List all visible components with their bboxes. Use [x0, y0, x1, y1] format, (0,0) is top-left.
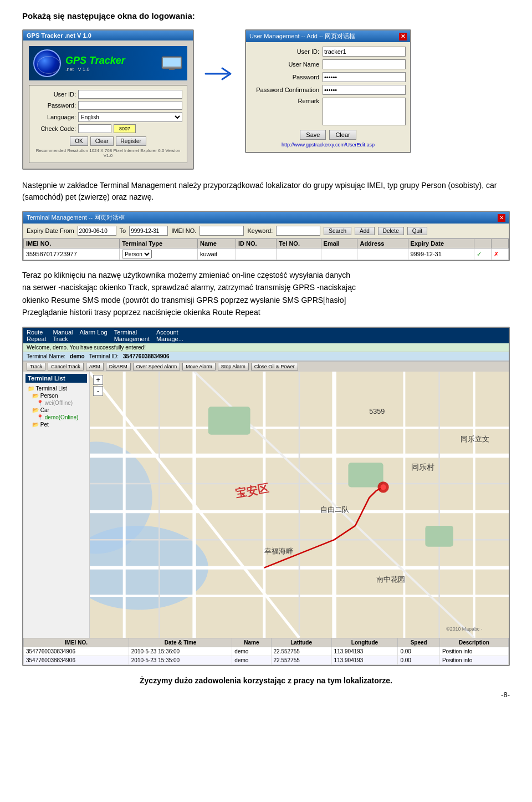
para2-line4: Przeglądanie historii trasy poprzez naci… [22, 308, 260, 317]
tm-add-button[interactable]: Add [355, 227, 375, 235]
menu-item-account-mgmt[interactable]: AccountManage... [156, 329, 183, 342]
gps-password-row: Password: [34, 101, 182, 110]
gps-checkcode-input[interactable] [78, 124, 111, 133]
tm-col-name: Name [197, 239, 236, 248]
terminal-management-window: Terminal Management -- 网页对话框 ✕ Expiry Da… [22, 211, 510, 261]
gps-language-label: Language: [34, 114, 78, 120]
welcome-text: Welcome, demo. You have successfully ent… [27, 344, 146, 351]
over-speed-alarm-button[interactable]: Over Speed Alarm [133, 363, 181, 370]
disarm-button[interactable]: DisARM [106, 363, 131, 370]
folder-icon-person: 📂 [32, 393, 39, 399]
terminal-name-label: Terminal Name: [27, 353, 65, 359]
um-userid-label: User ID: [250, 48, 323, 55]
para2-line3: okienko Resume SMS mode (powrót do trans… [22, 296, 346, 304]
col-speed: Speed [398, 638, 440, 647]
gps-language-select[interactable]: English [78, 112, 182, 122]
tm-keyword-input[interactable] [276, 226, 320, 236]
stop-alarm-button[interactable]: Stop Alarm [218, 363, 249, 370]
gps-password-label: Password: [34, 102, 78, 109]
svg-rect-26 [425, 525, 453, 546]
um-password-label: Password [250, 74, 323, 80]
tm-col-address: Address [357, 239, 408, 248]
tm-expiry-from-input[interactable] [78, 226, 116, 236]
gps-ok-button[interactable]: OK [70, 136, 88, 146]
gps-login-form: User ID: Password: Language: English Che… [29, 85, 187, 163]
gps-login-buttons: OK Clear Register [34, 136, 182, 146]
paragraph2: Teraz po kliknięciu na nazwę użytkownika… [22, 269, 510, 319]
um-passconfirm-input[interactable] [323, 85, 406, 95]
cell-name: demo [232, 647, 271, 656]
tm-titlebar: Terminal Management -- 网页对话框 ✕ [23, 212, 509, 224]
gps-data-row: 35477600308349062010-5-23 15:36:00demo22… [24, 647, 509, 656]
map-background: 宝安区 同乐村 同乐立文 5359 自由二队 幸福海畔 南中花园 Google … [90, 372, 509, 638]
gps-globe-icon [33, 49, 61, 77]
sidebar-item-person[interactable]: 📂 Person [25, 392, 87, 399]
tm-quit-button[interactable]: Quit [407, 227, 427, 235]
gps-clear-button[interactable]: Clear [90, 136, 114, 146]
tm-cell-telno [277, 248, 321, 260]
arrow-container [203, 29, 236, 85]
menu-item-route-repeat[interactable]: RouteRepeat [27, 329, 46, 342]
cell-desc: Position info [439, 656, 508, 664]
gps-logo-text: GPS Tracker [65, 55, 125, 67]
tm-delete-button[interactable]: Delete [378, 227, 404, 235]
um-close-button[interactable]: ✕ [399, 33, 407, 40]
tm-col-imei: IMEI NO. [24, 239, 120, 248]
tm-search-button[interactable]: Search [324, 227, 351, 235]
tm-close-button[interactable]: ✕ [498, 214, 505, 222]
arm-button[interactable]: ARM [86, 363, 104, 370]
um-clear-button[interactable]: Clear [329, 130, 356, 140]
tm-cell-type: Person Car Pet [120, 248, 198, 260]
page-heading: Pokażą się następujące okna do logowania… [22, 11, 510, 21]
col-name: Name [232, 638, 271, 647]
tm-cell-expiry: 9999-12-31 [408, 248, 474, 260]
um-url: http://www.gpstrackerxy.com/UserEdit.asp [250, 142, 406, 148]
um-password-row: Password [250, 72, 406, 82]
gps-register-button[interactable]: Register [116, 136, 146, 146]
cell-imei: 3547760038834906 [24, 656, 129, 664]
gps-checkcode-row: Check Code: 8007 [34, 124, 182, 133]
gps-logo-sub: .net V 1.0 [65, 67, 125, 72]
gps-app-sidebar: Terminal List 📁 Terminal List 📂 Person 📍… [23, 372, 90, 638]
cell-lat: 22.552755 [271, 656, 331, 664]
cancel-track-button[interactable]: Cancel Track [48, 363, 84, 370]
zoom-in-button[interactable]: + [93, 375, 103, 385]
tm-keyword-label: Keyword: [247, 227, 273, 234]
sidebar-item-wei[interactable]: 📍 wei(Offline) [25, 399, 87, 407]
menu-item-terminal-mgmt[interactable]: TerminalManagement [114, 329, 150, 342]
cell-speed: 0.00 [398, 647, 440, 656]
gps-app-window: RouteRepeat ManualTrack Alarm Log Termin… [22, 327, 510, 666]
um-save-button[interactable]: Save [300, 130, 326, 140]
zoom-out-button[interactable]: - [93, 386, 103, 396]
gps-checkcode-label: Check Code: [34, 125, 78, 132]
gps-userid-input[interactable] [78, 90, 182, 99]
sidebar-item-pet[interactable]: 📂 Pet [25, 421, 87, 428]
menu-item-manual-track[interactable]: ManualTrack [53, 329, 73, 342]
tm-expiry-to-input[interactable] [129, 226, 168, 236]
um-remark-input[interactable] [323, 98, 406, 125]
page-footer: Życzymy dużo zadowolenia korzystając z p… [22, 676, 510, 685]
sidebar-item-terminal-list[interactable]: 📁 Terminal List [25, 385, 87, 392]
um-body: User ID: User Name Password Password Con… [246, 42, 410, 152]
tm-type-select[interactable]: Person Car Pet [122, 250, 152, 258]
terminal-name-value: demo [70, 353, 85, 359]
track-button[interactable]: Track [27, 363, 45, 370]
sidebar-item-car[interactable]: 📂 Car [25, 407, 87, 414]
menu-item-alarm-log[interactable]: Alarm Log [80, 329, 108, 342]
gps-login-window: GPS Tracker .net V 1.0 GPS Tracker .net … [22, 29, 194, 170]
um-username-input[interactable] [323, 59, 406, 69]
close-oil-power-button[interactable]: Close Oil & Power [251, 363, 298, 370]
um-userid-row: User ID: [250, 47, 406, 57]
svg-text:©2010 Mapabc ·: ©2010 Mapabc · [446, 626, 482, 632]
gps-checkcode-image: 8007 [114, 124, 136, 133]
um-password-input[interactable] [323, 72, 406, 82]
svg-rect-25 [348, 463, 383, 487]
move-alarm-button[interactable]: Move Alarm [182, 363, 216, 370]
cell-datetime: 2010-5-23 15:35:00 [129, 656, 232, 664]
um-userid-input[interactable] [323, 47, 406, 57]
sidebar-item-demo[interactable]: 📍 demo(Online) [25, 414, 87, 421]
gps-password-input[interactable] [78, 101, 182, 110]
tm-imei-input[interactable] [200, 226, 244, 236]
gps-userid-label: User ID: [34, 91, 78, 98]
tm-cell-email [321, 248, 357, 260]
